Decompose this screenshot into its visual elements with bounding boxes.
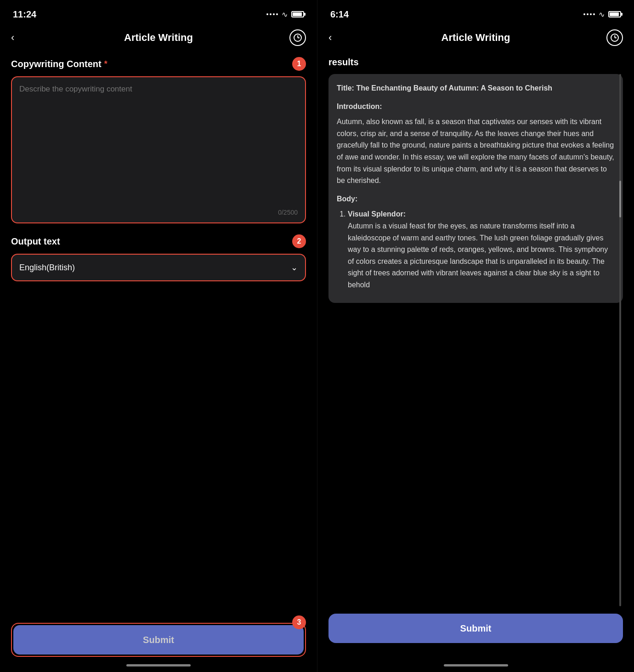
right-back-button[interactable]: ‹ (328, 32, 345, 44)
signal-dots-icon (266, 13, 278, 15)
right-status-time: 6:14 (330, 9, 349, 20)
scrollbar-track[interactable] (619, 74, 621, 606)
list-item1-text: Autumn is a visual feast for the eyes, a… (348, 222, 608, 289)
left-header: ‹ Article Writing (0, 25, 317, 53)
section2-header: Output text 2 (11, 234, 306, 248)
section1-title-row: Copywriting Content * (11, 59, 108, 69)
left-status-time: 11:24 (13, 9, 36, 20)
dropdown-selected-value: English(British) (19, 263, 75, 273)
left-status-bar: 11:24 ∿ (0, 0, 317, 25)
body-heading: Body: (337, 193, 615, 205)
scrollbar-thumb[interactable] (619, 181, 621, 217)
submit-button-wrapper: Submit (11, 623, 306, 657)
copywriting-textarea[interactable] (19, 85, 298, 215)
right-status-icons: ∿ (583, 10, 621, 19)
right-submit-area: Submit (328, 614, 623, 657)
spacer (11, 292, 306, 623)
left-content: Copywriting Content * 1 0/2500 Output te… (0, 53, 317, 661)
left-back-button[interactable]: ‹ (11, 32, 28, 44)
right-history-button[interactable] (606, 29, 623, 46)
results-box[interactable]: Title: The Enchanting Beauty of Autumn: … (328, 74, 623, 303)
list-item-1: Visual Splendor: Autumn is a visual feas… (348, 208, 615, 290)
left-header-title: Article Writing (28, 32, 289, 44)
left-phone-screen: 11:24 ∿ ‹ Article Writing Copywriting Co (0, 0, 317, 672)
wifi-icon: ∿ (282, 10, 288, 19)
body-list: Visual Splendor: Autumn is a visual feas… (337, 208, 615, 290)
copywriting-textarea-container: 0/2500 (11, 76, 306, 223)
right-header-title: Article Writing (345, 32, 606, 44)
intro-text: Autumn, also known as fall, is a season … (337, 116, 615, 187)
step1-badge: 1 (292, 57, 306, 71)
step2-badge: 2 (292, 234, 306, 248)
right-wifi-icon: ∿ (599, 10, 605, 19)
battery-icon (291, 11, 304, 17)
output-language-dropdown[interactable]: English(British) ⌄ (11, 254, 306, 281)
left-status-icons: ∿ (266, 10, 304, 19)
results-wrapper: Title: The Enchanting Beauty of Autumn: … (328, 74, 623, 606)
required-star: * (104, 59, 108, 69)
submit-area: 3 Submit (11, 623, 306, 657)
left-home-indicator (126, 664, 191, 666)
results-label: results (328, 57, 623, 68)
step3-badge: 3 (292, 615, 306, 629)
left-submit-button[interactable]: Submit (13, 625, 304, 655)
right-status-bar: 6:14 ∿ (317, 0, 634, 25)
right-battery-icon (608, 11, 621, 17)
section1-title: Copywriting Content (11, 59, 102, 69)
char-count: 0/2500 (278, 209, 298, 216)
right-submit-button[interactable]: Submit (328, 614, 623, 643)
right-header: ‹ Article Writing (317, 25, 634, 53)
article-title: Title: The Enchanting Beauty of Autumn: … (337, 82, 615, 94)
clock-icon (294, 34, 302, 42)
intro-heading: Introduction: (337, 101, 615, 113)
right-phone-screen: 6:14 ∿ ‹ Article Writing results Title: (317, 0, 634, 672)
chevron-down-icon: ⌄ (291, 262, 298, 273)
section2-title: Output text (11, 236, 60, 247)
right-clock-icon (611, 34, 619, 42)
right-signal-dots-icon (583, 13, 595, 15)
section2-title-row: Output text (11, 236, 60, 247)
right-content: results Title: The Enchanting Beauty of … (317, 53, 634, 661)
right-home-indicator (444, 664, 508, 666)
section1-header: Copywriting Content * 1 (11, 57, 306, 71)
left-history-button[interactable] (289, 29, 306, 46)
list-item1-heading: Visual Splendor: (348, 210, 406, 218)
